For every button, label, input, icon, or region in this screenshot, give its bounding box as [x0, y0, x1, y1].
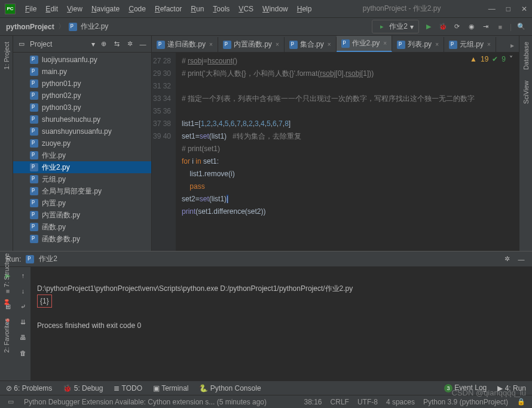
tree-item[interactable]: 函数.py: [13, 221, 151, 233]
close-tab-icon[interactable]: ×: [435, 41, 439, 48]
ok-icon[interactable]: ✔: [492, 55, 498, 63]
run-panel-config[interactable]: 作业2: [39, 254, 57, 264]
file-name: shuruheshuchu.py: [42, 115, 100, 124]
minimize-button[interactable]: ―: [488, 5, 496, 13]
sciview-tool-tab[interactable]: SciView: [521, 78, 531, 106]
file-name: 内置.py: [42, 198, 66, 208]
tab-label: 递归函数.py: [167, 39, 206, 50]
hide-icon[interactable]: —: [138, 39, 148, 49]
tab-label: 集合.py: [300, 39, 324, 50]
close-button[interactable]: ✕: [521, 5, 527, 13]
tree-item[interactable]: 全局与局部变量.py: [13, 185, 151, 197]
tree-item[interactable]: suanshuyunsuanfu.py: [13, 125, 151, 137]
problems-tab[interactable]: ⊘ 6: Problems: [6, 384, 52, 392]
editor-tab[interactable]: 递归函数.py×: [152, 37, 218, 52]
encoding[interactable]: UTF-8: [357, 398, 378, 406]
python-file-icon: [157, 41, 165, 49]
hide-icon[interactable]: —: [516, 254, 526, 264]
warning-icon[interactable]: ▲: [470, 55, 477, 63]
structure-tool-tab[interactable]: 7: Structure: [2, 251, 11, 290]
close-tab-icon[interactable]: ×: [209, 41, 213, 48]
todo-tab[interactable]: ≣ TODO: [114, 384, 142, 392]
menu-view[interactable]: View: [63, 3, 86, 15]
scroll-icon[interactable]: ⇊: [19, 317, 28, 327]
profile-button[interactable]: ◉: [467, 22, 476, 32]
python-console-tab[interactable]: 🐍 Python Console: [199, 384, 261, 392]
gear-icon[interactable]: ✲: [125, 39, 134, 49]
menu-run[interactable]: Run: [187, 3, 207, 15]
tree-item[interactable]: 元组.py: [13, 173, 151, 185]
editor-tab[interactable]: 内置函数.py×: [218, 37, 285, 52]
close-tab-icon[interactable]: ×: [487, 41, 491, 48]
search-everywhere-button[interactable]: 🔍: [516, 22, 526, 32]
tree-item[interactable]: 作业.py: [13, 149, 151, 161]
collapse-icon[interactable]: ⇆: [112, 39, 121, 49]
editor-tab[interactable]: 集合.py×: [285, 37, 337, 52]
event-log-tab[interactable]: 3 Event Log: [444, 384, 487, 392]
inspector-chevron-icon[interactable]: ˅: [509, 55, 513, 63]
menu-refactor[interactable]: Refactor: [151, 3, 185, 15]
pin-icon[interactable]: 📌: [0, 296, 13, 310]
terminal-tab[interactable]: ▣ Terminal: [153, 384, 188, 392]
editor-tab[interactable]: 元组.py×: [444, 37, 496, 52]
tab-overflow-icon[interactable]: ▸: [506, 39, 519, 52]
editor-tab[interactable]: 列表.py×: [392, 37, 444, 52]
menu-vcs[interactable]: VCS: [235, 3, 257, 15]
tree-item[interactable]: main.py: [13, 66, 151, 78]
menu-window[interactable]: Window: [259, 3, 292, 15]
tree-item[interactable]: python01.py: [13, 78, 151, 90]
tree-item[interactable]: python03.py: [13, 102, 151, 113]
run-button[interactable]: ▶: [424, 22, 433, 32]
attach-button[interactable]: ⇥: [481, 22, 491, 32]
wrap-icon[interactable]: ⤶: [19, 302, 28, 311]
tree-item[interactable]: luojiyunsuanfu.py: [13, 54, 151, 66]
database-tool-tab[interactable]: Database: [521, 39, 531, 72]
print-icon[interactable]: 🖶: [19, 333, 28, 342]
caret-pos[interactable]: 38:16: [304, 398, 322, 406]
file-name: 函数.py: [42, 222, 66, 232]
trash-icon[interactable]: 🗑: [19, 348, 28, 358]
lock-icon[interactable]: 🔒: [516, 397, 526, 407]
tree-item[interactable]: 作业2.py: [13, 161, 151, 173]
run-config-dropdown[interactable]: ▸ 作业2 ▾: [372, 20, 419, 33]
tree-item[interactable]: python02.py: [13, 90, 151, 102]
coverage-button[interactable]: ⟳: [452, 22, 462, 32]
menu-file[interactable]: File: [22, 3, 40, 15]
tree-item[interactable]: 内置函数.py: [13, 209, 151, 221]
menu-edit[interactable]: Edit: [42, 3, 62, 15]
close-tab-icon[interactable]: ×: [276, 41, 279, 48]
tree-item[interactable]: shuruheshuchu.py: [13, 113, 151, 125]
project-view-icon[interactable]: ▭: [17, 39, 26, 49]
warning-count: 19: [481, 55, 488, 63]
stop-button[interactable]: ■: [496, 22, 505, 32]
indent[interactable]: 4 spaces: [386, 398, 415, 406]
down-icon[interactable]: ↓: [19, 286, 28, 296]
tree-item[interactable]: zuoye.py: [13, 137, 151, 149]
file-name: suanshuyunsuanfu.py: [42, 127, 112, 136]
maximize-button[interactable]: □: [506, 5, 510, 13]
gear-icon[interactable]: ✲: [502, 254, 512, 264]
project-tool-tab[interactable]: 1: Project: [2, 39, 11, 72]
locate-icon[interactable]: ⊕: [99, 39, 108, 49]
line-sep[interactable]: CRLF: [331, 398, 349, 406]
menu-code[interactable]: Code: [125, 3, 149, 15]
favorites-tool-tab[interactable]: 2: Favorites: [2, 316, 11, 355]
debug-button[interactable]: 🐞: [438, 22, 448, 32]
tree-item[interactable]: 内置.py: [13, 197, 151, 209]
tree-item[interactable]: 函数参数.py: [13, 233, 151, 245]
menu-navigate[interactable]: Navigate: [88, 3, 123, 15]
breadcrumb-file[interactable]: 作业2.py: [81, 22, 109, 32]
close-tab-icon[interactable]: ×: [383, 40, 387, 47]
run-tab[interactable]: ▶ 4: Run: [497, 384, 526, 392]
breadcrumb-project[interactable]: pythonProject: [6, 23, 54, 31]
interpreter[interactable]: Python 3.9 (pythonProject): [423, 398, 508, 406]
close-tab-icon[interactable]: ×: [328, 41, 331, 48]
chevron-down-icon[interactable]: ▾: [91, 40, 95, 48]
debug-tab[interactable]: 🐞 5: Debug: [63, 384, 103, 392]
up-icon[interactable]: ↑: [19, 271, 28, 280]
editor-tab[interactable]: 作业2.py×: [337, 36, 393, 52]
menu-tools[interactable]: Tools: [209, 3, 233, 15]
menu-help[interactable]: Help: [293, 3, 316, 15]
status-icon[interactable]: ▭: [6, 397, 16, 407]
file-name: 作业2.py: [42, 162, 70, 173]
